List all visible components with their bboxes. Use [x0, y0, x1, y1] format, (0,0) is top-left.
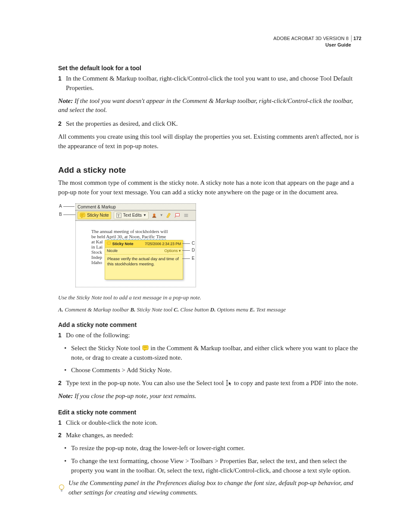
step-text: Set the properties as desired, and click… — [66, 120, 178, 127]
step-text: Click or double-click the note icon. — [66, 419, 157, 426]
running-header: ADOBE ACROBAT 3D VERSION 8172 User Guide — [273, 35, 361, 48]
lightbulb-icon — [58, 479, 65, 498]
callout-line — [182, 243, 190, 244]
popup-author: Nicole — [107, 249, 118, 253]
callout-icon[interactable] — [174, 212, 181, 218]
step-item: 1In the Comment & Markup toolbar, right-… — [58, 74, 361, 93]
sticky-note-tool-button[interactable]: Sticky Note — [78, 212, 111, 219]
sticky-note-icon — [80, 212, 86, 218]
heading-add-comment: Add a sticky note comment — [58, 321, 361, 328]
svg-rect-8 — [152, 217, 156, 218]
step-text: Do one of the following: — [66, 332, 130, 339]
header-product: ADOBE ACROBAT 3D VERSION 8 — [273, 35, 352, 42]
note-text: If the tool you want doesn't appear in t… — [58, 97, 353, 114]
tip-row: Use the Commenting panel in the Preferen… — [58, 479, 361, 498]
page: ADOBE ACROBAT 3D VERSION 8172 User Guide… — [0, 0, 411, 532]
step-number: 1 — [58, 418, 62, 427]
step-item: 1Click or double-click the note icon. — [58, 418, 361, 428]
svg-point-18 — [59, 485, 64, 490]
note-label: Note: — [58, 97, 73, 104]
note-text: If you close the pop-up note, your text … — [73, 392, 196, 399]
heading-set-default: Set the default look for a tool — [58, 65, 361, 72]
step-number: 1 — [58, 331, 62, 339]
callout-E: E — [192, 256, 195, 261]
figure-caption-line1: Use the Sticky Note tool to add a text m… — [58, 294, 361, 302]
sticky-note-popup[interactable]: Sticky Note 7/25/2006 2:34:23 PM Nicole … — [105, 240, 183, 280]
comment-markup-toolbar: Sticky Note T Text Edits ▼ ▼ — [75, 210, 196, 221]
step-number: 2 — [58, 119, 62, 128]
callout-line — [182, 250, 190, 251]
bullet-text-a: Select the Sticky Note tool — [71, 345, 142, 352]
step-number: 2 — [58, 379, 62, 387]
step-text-a: Type text in the pop-up note. You can al… — [66, 380, 225, 386]
svg-rect-14 — [107, 242, 111, 245]
popup-timestamp: 7/25/2006 2:34:23 PM — [145, 242, 181, 246]
step-item: 1Do one of the following: — [58, 331, 361, 340]
note-paragraph: Note: If you close the pop-up note, your… — [58, 392, 361, 401]
svg-text:T: T — [117, 213, 120, 218]
doc-line: The annual meeting of stockholders will — [91, 229, 191, 234]
bullet-item: To resize the pop-up note, drag the lowe… — [58, 444, 361, 453]
text-edits-icon: T — [116, 212, 122, 218]
note-label: Note: — [58, 392, 73, 399]
callout-line — [63, 206, 75, 207]
callout-line — [182, 258, 190, 259]
step-text-b: to copy and paste text from a PDF into t… — [234, 380, 358, 386]
body-paragraph: All comments you create using this tool … — [58, 132, 361, 151]
popup-subheader: Nicole Options ▾ — [105, 248, 183, 255]
callout-A: A — [59, 204, 62, 208]
figure-wrap: A B Comment & Markup Sticky Note T Text … — [58, 203, 361, 314]
figure-caption-line2: A. Comment & Markup toolbar B. Sticky No… — [58, 306, 361, 314]
text-edits-tool-button[interactable]: T Text Edits ▼ — [114, 212, 149, 219]
figure: A B Comment & Markup Sticky Note T Text … — [67, 203, 205, 289]
svg-rect-9 — [175, 213, 179, 216]
note-paragraph: Note: If the tool you want doesn't appea… — [58, 96, 361, 115]
bullet-item: Choose Comments > Add Sticky Note. — [58, 366, 361, 375]
popup-title: Sticky Note — [107, 241, 134, 246]
step-item: 2Set the properties as desired, and clic… — [58, 119, 361, 129]
popup-message[interactable]: Please verify the actual day and time of… — [105, 255, 183, 269]
button-label: Text Edits — [123, 213, 142, 218]
doc-line: be held April 30, at Noon, Pacific Time — [91, 234, 191, 239]
sticky-note-icon — [107, 241, 111, 246]
body-paragraph: The most common type of comment is the s… — [58, 178, 361, 197]
step-text: In the Comment & Markup toolbar, right-c… — [66, 75, 352, 91]
toolbar-title: Comment & Markup — [75, 203, 196, 210]
callout-C: C — [192, 241, 195, 246]
show-icon[interactable] — [183, 212, 189, 218]
heading-add-sticky-note: Add a sticky note — [58, 165, 361, 175]
sticky-note-icon — [142, 345, 149, 352]
svg-rect-7 — [153, 216, 155, 217]
popup-options-menu[interactable]: Options ▾ — [164, 249, 181, 253]
content-area: Set the default look for a tool 1In the … — [58, 65, 361, 498]
chevron-down-icon: ▼ — [160, 213, 163, 217]
step-item: 2Make changes, as needed: — [58, 431, 361, 440]
tip-text: Use the Commenting panel in the Preferen… — [68, 479, 361, 498]
bullet-item: To change the text formatting, choose Vi… — [58, 457, 361, 476]
popup-header: Sticky Note 7/25/2006 2:34:23 PM — [105, 240, 183, 248]
step-number: 2 — [58, 431, 62, 439]
step-text: Make changes, as needed: — [66, 432, 134, 439]
svg-line-10 — [175, 216, 176, 218]
select-tool-icon — [225, 380, 232, 386]
step-item: 2 Type text in the pop-up note. You can … — [58, 379, 361, 388]
callout-D: D — [192, 248, 195, 252]
header-guide: User Guide — [273, 42, 361, 48]
bullet-item: Select the Sticky Note tool in the Comme… — [58, 344, 361, 363]
doc-marked-text: April 30, at Noon, Pacific Time — [106, 234, 166, 239]
chevron-down-icon: ▼ — [143, 213, 146, 217]
heading-edit-comment: Edit a sticky note comment — [58, 409, 361, 416]
svg-point-6 — [153, 213, 155, 215]
button-label: Sticky Note — [87, 213, 109, 218]
stamp-icon[interactable] — [151, 212, 157, 218]
callout-B: B — [59, 212, 62, 217]
page-number: 172 — [353, 36, 361, 41]
step-number: 1 — [58, 74, 62, 83]
highlight-icon[interactable] — [166, 212, 172, 218]
